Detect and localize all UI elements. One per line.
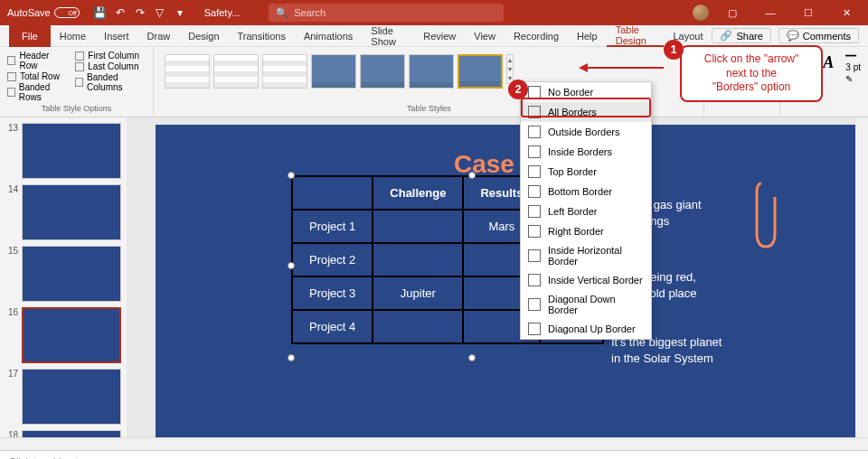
search-placeholder: Search (294, 7, 326, 18)
table-cell[interactable] (373, 243, 463, 276)
title-bar: AutoSave Off 💾 ↶ ↷ ▽ ▾ Safety... 🔍 Searc… (0, 0, 868, 25)
horizontal-scrollbar[interactable] (0, 437, 868, 450)
group-label-style-options: Table Style Options (7, 102, 146, 113)
autosave-label: AutoSave (7, 7, 51, 18)
qat-more-icon[interactable]: ▾ (174, 6, 186, 19)
table-style-thumb[interactable] (213, 54, 259, 89)
inside-borders-icon (528, 145, 541, 158)
banded-rows-checkbox[interactable]: Banded Rows (7, 82, 66, 102)
tab-view[interactable]: View (465, 25, 505, 47)
table-style-thumb[interactable] (311, 54, 356, 89)
tab-help[interactable]: Help (568, 25, 607, 47)
table-cell[interactable] (373, 210, 463, 243)
table-style-thumb[interactable] (360, 54, 405, 89)
redo-icon[interactable]: ↷ (134, 6, 146, 19)
menu-item-diagonal-down[interactable]: Diagonal Down Border (521, 290, 651, 319)
menu-item-no-border[interactable]: No Border (521, 82, 651, 102)
share-button[interactable]: 🔗Share (712, 28, 770, 43)
slide-thumbnail-active[interactable] (22, 307, 121, 363)
table-style-thumb[interactable] (262, 54, 307, 89)
slide-thumbnail[interactable] (22, 369, 121, 425)
pen-style-icon[interactable]: ━━ (845, 51, 861, 61)
tab-review[interactable]: Review (414, 25, 465, 47)
menu-item-top-border[interactable]: Top Border (521, 162, 651, 182)
ribbon-display-icon[interactable]: ▢ (718, 0, 747, 25)
selection-handle[interactable] (468, 354, 476, 361)
first-column-checkbox[interactable]: First Column (75, 51, 146, 61)
undo-icon[interactable]: ↶ (114, 6, 127, 19)
search-box[interactable]: 🔍 Search (269, 4, 504, 22)
banded-columns-checkbox[interactable]: Banded Columns (75, 72, 146, 92)
selection-handle[interactable] (288, 172, 295, 179)
tab-home[interactable]: Home (51, 25, 95, 47)
thumb-number: 17 (4, 369, 18, 379)
table-cell[interactable]: Project 1 (292, 210, 373, 243)
pen-weight[interactable]: 3 pt (845, 62, 861, 72)
tab-draw[interactable]: Draw (138, 25, 180, 47)
save-icon[interactable]: 💾 (94, 6, 107, 19)
menu-item-left-border[interactable]: Left Border (521, 201, 651, 221)
thumb-number: 13 (4, 123, 18, 133)
tab-slideshow[interactable]: Slide Show (362, 25, 414, 47)
gallery-up-icon[interactable]: ▴ (508, 56, 512, 64)
table-cell[interactable]: Jupiter (373, 276, 463, 310)
menu-item-inside-vertical[interactable]: Inside Vertical Border (521, 270, 651, 290)
last-column-checkbox[interactable]: Last Column (75, 61, 146, 71)
document-title[interactable]: Safety... (193, 7, 251, 18)
slide-thumbnail[interactable] (22, 184, 121, 240)
menu-item-outside-borders[interactable]: Outside Borders (521, 122, 651, 142)
callout-text-line: next to the (691, 67, 812, 81)
gallery-down-icon[interactable]: ▾ (508, 65, 512, 73)
menu-item-all-borders[interactable]: All Borders (521, 102, 651, 122)
table-style-thumb[interactable] (409, 54, 454, 89)
selection-handle[interactable] (468, 172, 476, 179)
tab-transitions[interactable]: Transitions (229, 25, 295, 47)
selection-handle[interactable] (288, 262, 295, 269)
minimize-button[interactable]: — (756, 0, 785, 25)
menu-item-diagonal-up[interactable]: Diagonal Up Border (521, 319, 651, 339)
tab-table-design[interactable]: Table Design (607, 25, 665, 47)
tab-insert[interactable]: Insert (95, 25, 138, 47)
vertical-scrollbar[interactable] (855, 117, 868, 437)
table-header[interactable] (292, 176, 373, 210)
total-row-checkbox[interactable]: Total Row (7, 71, 66, 81)
close-button[interactable]: ✕ (832, 0, 861, 25)
slide-thumbnails-panel[interactable]: 13 14 15 16 17 18 (0, 117, 127, 437)
thumb-number: 15 (4, 246, 18, 256)
notes-pane[interactable]: Click to add notes (0, 450, 868, 459)
table-header[interactable]: Challenge (373, 176, 463, 210)
menu-item-inside-horizontal[interactable]: Inside Horizontal Border (521, 241, 651, 270)
slide-thumbnail[interactable] (22, 123, 121, 179)
slide-text: a gas giant (644, 198, 702, 211)
from-beginning-icon[interactable]: ▽ (154, 6, 166, 19)
table-cell[interactable] (373, 310, 463, 343)
slide-thumbnail[interactable] (22, 430, 121, 437)
table-cell[interactable]: Project 3 (292, 276, 373, 310)
tab-recording[interactable]: Recording (505, 25, 568, 47)
slide-canvas[interactable]: Case Challenge Results S Project 1Mars P… (127, 117, 868, 437)
selection-handle[interactable] (288, 354, 295, 361)
no-border-icon (528, 86, 541, 98)
menu-item-inside-borders[interactable]: Inside Borders (521, 142, 651, 162)
callout-text-line: Click on the "arrow" (691, 52, 812, 67)
table-style-thumb[interactable] (165, 54, 210, 89)
all-borders-icon (528, 106, 541, 118)
user-avatar[interactable] (693, 5, 709, 21)
tab-design[interactable]: Design (179, 25, 228, 47)
table-cell[interactable]: Project 4 (292, 310, 373, 343)
slide-thumbnail[interactable] (22, 246, 121, 302)
callout-arrow-head (579, 63, 588, 72)
comments-button[interactable]: 💬Comments (778, 28, 859, 43)
menu-item-right-border[interactable]: Right Border (521, 221, 651, 241)
pen-color-icon[interactable]: ✎ (845, 74, 861, 84)
menu-item-bottom-border[interactable]: Bottom Border (521, 182, 651, 201)
tab-file[interactable]: File (9, 25, 51, 47)
table-cell[interactable]: Project 2 (292, 243, 373, 276)
header-row-checkbox[interactable]: Header Row (7, 51, 66, 70)
maximize-button[interactable]: ☐ (794, 0, 823, 25)
callout-arrow (586, 67, 664, 69)
autosave-toggle[interactable]: AutoSave Off (0, 7, 87, 18)
table-style-thumb-selected[interactable] (458, 54, 503, 89)
quick-access-toolbar: 💾 ↶ ↷ ▽ ▾ (87, 6, 193, 19)
tab-animations[interactable]: Animations (295, 25, 362, 47)
